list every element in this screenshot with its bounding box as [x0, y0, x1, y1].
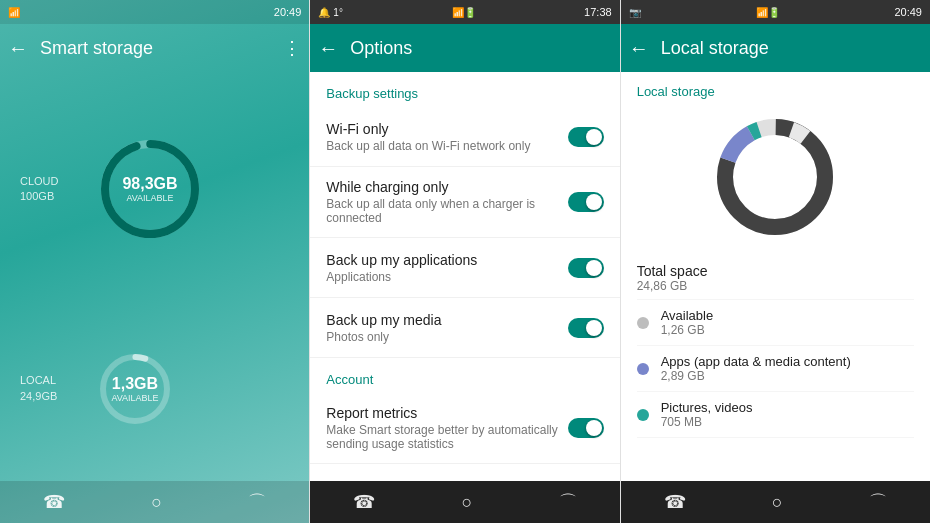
- option-signout[interactable]: Sign out: [310, 464, 619, 481]
- option-apps-subtitle: Applications: [326, 270, 567, 284]
- status-time-1: 20:49: [274, 6, 302, 18]
- top-bar-1: ← Smart storage ⋮: [0, 24, 309, 72]
- home-button-3[interactable]: ○: [772, 492, 783, 513]
- back-icon-3[interactable]: ←: [629, 37, 649, 60]
- option-charging-title: While charging only: [326, 179, 567, 195]
- page-title-2: Options: [350, 38, 611, 59]
- cloud-donut: 98,3GB AVAILABLE: [95, 134, 205, 244]
- option-wifi-text: Wi-Fi only Back up all data on Wi-Fi net…: [326, 121, 567, 153]
- navbar-3: ☎ ○ ⌒: [621, 481, 930, 523]
- top-bar-2: ← Options: [310, 24, 619, 72]
- options-panel: 🔔 1° 📶🔋 17:38 ← Options Backup settings …: [309, 0, 620, 523]
- cloud-label: CLOUD 100GB: [20, 174, 75, 205]
- option-charging-text: While charging only Back up all data onl…: [326, 179, 567, 225]
- local-storage-chart: [637, 107, 914, 253]
- option-media[interactable]: Back up my media Photos only: [310, 298, 619, 358]
- option-metrics[interactable]: Report metrics Make Smart storage better…: [310, 393, 619, 464]
- back-icon-2[interactable]: ←: [318, 37, 338, 60]
- available-item: Available 1,26 GB: [637, 300, 914, 346]
- navbar-1: ☎ ○ ⌒: [0, 481, 309, 523]
- phone-button-1[interactable]: ☎: [43, 491, 65, 513]
- phone-button-2[interactable]: ☎: [353, 491, 375, 513]
- pictures-value: 705 MB: [661, 415, 914, 429]
- option-metrics-title: Report metrics: [326, 405, 567, 421]
- cloud-amount: 98,3GB: [122, 175, 177, 193]
- total-space-row: Total space 24,86 GB: [637, 253, 914, 300]
- toggle-apps[interactable]: [568, 258, 604, 278]
- home-button-1[interactable]: ○: [151, 492, 162, 513]
- option-metrics-text: Report metrics Make Smart storage better…: [326, 405, 567, 451]
- option-apps-title: Back up my applications: [326, 252, 567, 268]
- local-donut: 1,3GB AVAILABLE: [95, 349, 175, 429]
- option-media-subtitle: Photos only: [326, 330, 567, 344]
- status-icons-3: 📶🔋: [756, 7, 780, 18]
- local-section: LOCAL 24,9GB 1,3GB AVAILABLE: [20, 349, 289, 429]
- svg-point-9: [741, 143, 809, 211]
- local-storage-panel: 📷 📶🔋 20:49 ← Local storage Local storage: [621, 0, 930, 523]
- back-button-1[interactable]: ⌒: [248, 490, 266, 514]
- pictures-dot: [637, 409, 649, 421]
- cloud-donut-center: 98,3GB AVAILABLE: [122, 175, 177, 203]
- local-available-label: AVAILABLE: [111, 393, 158, 403]
- status-left-2: 🔔 1°: [318, 7, 343, 18]
- status-icons-2: 📶🔋: [452, 7, 476, 18]
- status-bar-1: 📶 20:49: [0, 0, 309, 24]
- account-header: Account: [310, 358, 619, 393]
- options-content: Backup settings Wi-Fi only Back up all d…: [310, 72, 619, 481]
- toggle-charging[interactable]: [568, 192, 604, 212]
- toggle-metrics[interactable]: [568, 418, 604, 438]
- back-button-2[interactable]: ⌒: [559, 490, 577, 514]
- pictures-item: Pictures, videos 705 MB: [637, 392, 914, 438]
- toggle-wifi[interactable]: [568, 127, 604, 147]
- page-title-1: Smart storage: [40, 38, 271, 59]
- back-icon-1[interactable]: ←: [8, 37, 28, 60]
- status-bar-2: 🔔 1° 📶🔋 17:38: [310, 0, 619, 24]
- option-media-title: Back up my media: [326, 312, 567, 328]
- cloud-available-label: AVAILABLE: [122, 193, 177, 203]
- local-label: LOCAL 24,9GB: [20, 373, 75, 404]
- notification-icon: 🔔: [318, 7, 330, 18]
- local-amount: 1,3GB: [111, 375, 158, 393]
- total-space-title: Total space: [637, 263, 914, 279]
- option-charging-subtitle: Back up all data only when a charger is …: [326, 197, 567, 225]
- local-storage-svg: [710, 117, 840, 237]
- available-dot: [637, 317, 649, 329]
- local-content: Local storage: [621, 72, 930, 481]
- option-media-text: Back up my media Photos only: [326, 312, 567, 344]
- more-icon-1[interactable]: ⋮: [283, 37, 301, 59]
- option-wifi-only[interactable]: Wi-Fi only Back up all data on Wi-Fi net…: [310, 107, 619, 167]
- backup-settings-header: Backup settings: [310, 72, 619, 107]
- top-bar-3: ← Local storage: [621, 24, 930, 72]
- apps-title: Apps (app data & media content): [661, 354, 914, 369]
- phone-button-3[interactable]: ☎: [664, 491, 686, 513]
- option-wifi-subtitle: Back up all data on Wi-Fi network only: [326, 139, 567, 153]
- option-metrics-subtitle: Make Smart storage better by automatical…: [326, 423, 567, 451]
- storage-content: CLOUD 100GB 98,3GB AVAILABLE LOCAL 24,9G…: [0, 72, 309, 481]
- page-title-3: Local storage: [661, 38, 922, 59]
- available-value: 1,26 GB: [661, 323, 914, 337]
- status-left-icons: 📶: [8, 7, 20, 18]
- toggle-media[interactable]: [568, 318, 604, 338]
- option-apps-text: Back up my applications Applications: [326, 252, 567, 284]
- cloud-section: CLOUD 100GB 98,3GB AVAILABLE: [20, 134, 289, 244]
- status-bar-3: 📷 📶🔋 20:49: [621, 0, 930, 24]
- local-section-header: Local storage: [637, 72, 914, 107]
- status-time-2: 17:38: [584, 6, 612, 18]
- available-title: Available: [661, 308, 914, 323]
- option-charging[interactable]: While charging only Back up all data onl…: [310, 167, 619, 238]
- local-donut-center: 1,3GB AVAILABLE: [111, 375, 158, 403]
- total-space-value: 24,86 GB: [637, 279, 914, 293]
- option-wifi-title: Wi-Fi only: [326, 121, 567, 137]
- status-left-3: 📷: [629, 7, 641, 18]
- option-apps[interactable]: Back up my applications Applications: [310, 238, 619, 298]
- apps-item: Apps (app data & media content) 2,89 GB: [637, 346, 914, 392]
- back-button-3[interactable]: ⌒: [869, 490, 887, 514]
- apps-value: 2,89 GB: [661, 369, 914, 383]
- smart-storage-panel: 📶 20:49 ← Smart storage ⋮ CLOUD 100GB 98…: [0, 0, 309, 523]
- status-time-3: 20:49: [894, 6, 922, 18]
- signal-num: 1°: [333, 7, 343, 18]
- home-button-2[interactable]: ○: [462, 492, 473, 513]
- navbar-2: ☎ ○ ⌒: [310, 481, 619, 523]
- apps-dot: [637, 363, 649, 375]
- pictures-title: Pictures, videos: [661, 400, 914, 415]
